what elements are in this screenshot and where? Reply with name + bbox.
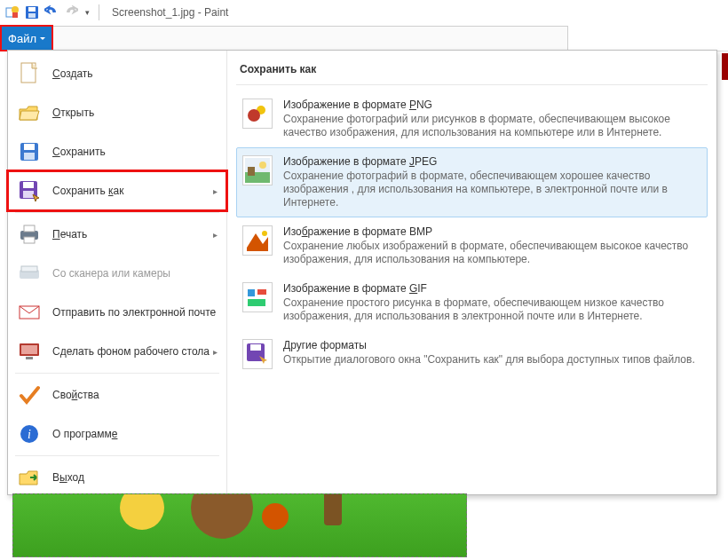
scanner-icon bbox=[17, 261, 42, 286]
format-item-other[interactable]: Другие форматы Открытие диалогового окна… bbox=[236, 331, 708, 377]
svg-rect-12 bbox=[23, 191, 34, 198]
format-title: Другие форматы bbox=[283, 339, 701, 351]
canvas-content bbox=[324, 493, 342, 525]
printer-icon bbox=[17, 222, 42, 247]
save-disk-icon bbox=[17, 139, 42, 164]
svg-rect-2 bbox=[12, 12, 18, 18]
menu-item-label: Выход bbox=[52, 471, 84, 484]
info-icon: i bbox=[17, 422, 42, 446]
svg-rect-17 bbox=[21, 266, 37, 272]
svg-rect-15 bbox=[24, 237, 35, 243]
canvas-edge bbox=[722, 53, 728, 80]
format-item-gif[interactable]: Изображение в формате GIF Сохранение про… bbox=[236, 274, 708, 331]
svg-rect-8 bbox=[24, 144, 35, 150]
format-item-jpeg[interactable]: Изображение в формате JPEG Сохранение фо… bbox=[236, 147, 708, 217]
svg-rect-21 bbox=[26, 357, 33, 359]
jpeg-icon bbox=[242, 155, 273, 185]
format-desc: Сохранение любых изображений в формате, … bbox=[283, 240, 701, 266]
mail-icon bbox=[17, 300, 42, 325]
format-title: Изображение в формате PNG bbox=[283, 99, 701, 111]
menu-item-label: Печать bbox=[52, 228, 87, 241]
format-title: Изображение в формате JPEG bbox=[283, 155, 701, 168]
menu-item-label: Свойства bbox=[52, 389, 99, 401]
save-as-submenu: Сохранить как Изображение в формате PNG … bbox=[227, 51, 716, 494]
format-title: Изображение в формате GIF bbox=[283, 282, 701, 295]
format-title: Изображение в формате BMP bbox=[283, 225, 701, 238]
svg-rect-4 bbox=[28, 7, 36, 12]
menu-separator bbox=[15, 455, 219, 456]
canvas-area[interactable] bbox=[12, 493, 467, 557]
qat-dropdown-icon[interactable]: ▾ bbox=[85, 8, 90, 17]
file-tab-label: Файл bbox=[8, 32, 36, 45]
save-as-icon bbox=[17, 178, 42, 203]
canvas-content bbox=[120, 493, 164, 530]
save-icon[interactable] bbox=[25, 5, 39, 20]
svg-rect-34 bbox=[248, 289, 255, 296]
format-item-png[interactable]: Изображение в формате PNG Сохранение фот… bbox=[236, 91, 708, 147]
menu-item-save[interactable]: Сохранить bbox=[8, 132, 226, 171]
menu-item-label: Отправить по электронной почте bbox=[52, 306, 216, 319]
file-menu-panel: Создать Открыть Сохранить Сохранить как bbox=[7, 50, 717, 495]
new-file-icon bbox=[17, 61, 42, 86]
menu-item-label: Со сканера или камеры bbox=[52, 267, 170, 280]
submenu-heading: Сохранить как bbox=[236, 58, 708, 85]
menu-item-set-desktop[interactable]: Сделать фоном рабочего стола bbox=[8, 332, 226, 371]
svg-rect-9 bbox=[24, 153, 35, 160]
menu-item-label: Создать bbox=[52, 67, 93, 80]
menu-item-print[interactable]: Печать bbox=[8, 215, 226, 254]
menu-item-save-as[interactable]: Сохранить как bbox=[8, 171, 226, 210]
undo-icon[interactable] bbox=[44, 5, 59, 20]
menu-item-scanner: Со сканера или камеры bbox=[8, 254, 226, 293]
bmp-icon bbox=[242, 225, 273, 256]
svg-rect-5 bbox=[28, 13, 36, 18]
svg-rect-38 bbox=[250, 344, 261, 351]
svg-point-29 bbox=[259, 162, 266, 169]
canvas-content bbox=[191, 493, 253, 539]
svg-point-26 bbox=[248, 109, 260, 122]
ribbon: Файл bbox=[0, 26, 728, 51]
format-item-bmp[interactable]: Изображение в формате BMP Сохранение люб… bbox=[236, 217, 708, 274]
open-folder-icon bbox=[17, 100, 42, 125]
menu-item-label: Открыть bbox=[52, 106, 94, 119]
svg-rect-11 bbox=[23, 182, 34, 188]
format-desc: Сохранение фотографий или рисунков в фор… bbox=[283, 113, 701, 139]
svg-rect-36 bbox=[248, 299, 265, 306]
separator bbox=[99, 4, 99, 20]
menu-item-create[interactable]: Создать bbox=[8, 54, 226, 93]
svg-rect-20 bbox=[21, 345, 37, 354]
svg-rect-14 bbox=[24, 225, 35, 232]
file-tab[interactable]: Файл bbox=[0, 25, 53, 51]
svg-point-1 bbox=[12, 6, 19, 13]
png-icon bbox=[242, 99, 273, 129]
exit-icon bbox=[17, 465, 42, 490]
menu-separator bbox=[15, 212, 219, 213]
title-bar: ▾ Screenshot_1.jpg - Paint bbox=[0, 0, 728, 26]
format-desc: Сохранение простого рисунка в формате, о… bbox=[283, 296, 701, 323]
menu-item-send-mail[interactable]: Отправить по электронной почте bbox=[8, 293, 226, 332]
svg-rect-30 bbox=[248, 167, 255, 176]
file-menu-left: Создать Открыть Сохранить Сохранить как bbox=[8, 51, 227, 494]
menu-item-label: Сохранить bbox=[52, 146, 106, 158]
redo-icon[interactable] bbox=[64, 5, 78, 20]
menu-item-label: Сделать фоном рабочего стола bbox=[52, 345, 210, 358]
svg-point-32 bbox=[262, 231, 267, 236]
app-icon bbox=[5, 5, 20, 20]
svg-text:i: i bbox=[28, 428, 31, 441]
desktop-icon bbox=[17, 339, 42, 364]
format-desc: Сохранение фотографий в формате, обеспеч… bbox=[283, 170, 701, 209]
other-formats-icon bbox=[242, 339, 273, 369]
window-title: Screenshot_1.jpg - Paint bbox=[112, 6, 228, 19]
check-icon bbox=[17, 383, 42, 407]
menu-separator bbox=[15, 373, 219, 374]
svg-rect-35 bbox=[257, 289, 266, 295]
menu-item-about[interactable]: i О программе bbox=[8, 414, 226, 454]
ribbon-body bbox=[53, 26, 568, 51]
format-desc: Открытие диалогового окна "Сохранить как… bbox=[283, 353, 701, 367]
menu-item-label: Сохранить как bbox=[52, 185, 123, 197]
menu-item-exit[interactable]: Выход bbox=[8, 458, 226, 497]
menu-item-properties[interactable]: Свойства bbox=[8, 375, 226, 414]
menu-item-open[interactable]: Открыть bbox=[8, 93, 226, 132]
menu-item-label: О программе bbox=[52, 428, 117, 440]
canvas-content bbox=[262, 503, 289, 530]
gif-icon bbox=[242, 282, 273, 312]
